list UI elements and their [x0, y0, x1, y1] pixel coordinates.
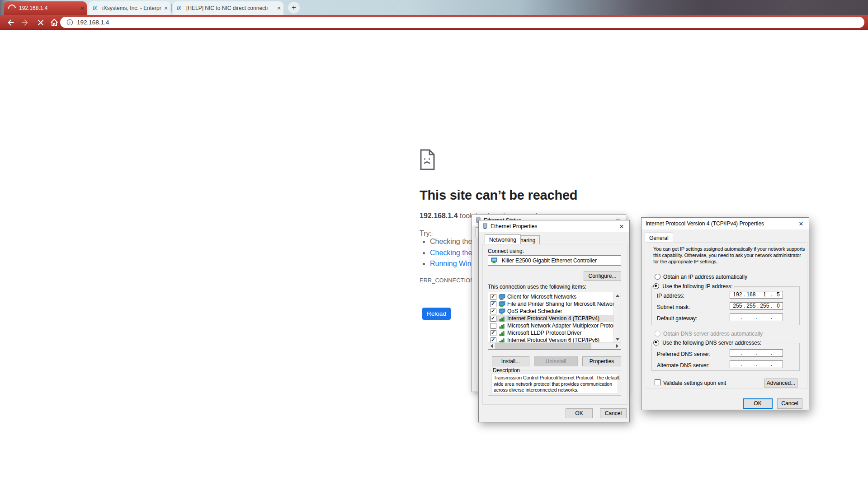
back-icon[interactable]: [5, 18, 15, 28]
intro-line: You can get IP settings assigned automat…: [653, 246, 805, 252]
ok-button[interactable]: OK: [743, 398, 773, 409]
properties-button[interactable]: Properties: [582, 356, 621, 366]
radio-obtain-ip-label[interactable]: Obtain an IP address automatically: [663, 274, 747, 280]
scroll-up-icon[interactable]: [616, 295, 619, 297]
tab-ixsystems[interactable]: iX iXsystems, Inc. - Enterprise Stora ✕: [89, 1, 170, 15]
ip-address-field[interactable]: 192 . 168 . 1 . 5: [730, 291, 783, 299]
close-icon[interactable]: ✕: [793, 220, 809, 227]
radio-use-dns[interactable]: [653, 340, 659, 346]
vertical-scrollbar[interactable]: [613, 292, 621, 343]
list-item-selected[interactable]: Internet Protocol Version 4 (TCP/IPv4): [489, 315, 613, 322]
radio-use-ip[interactable]: [653, 283, 659, 289]
checkbox-checked[interactable]: [491, 316, 496, 322]
address-url[interactable]: 192.168.1.4: [77, 19, 109, 26]
checkbox-checked[interactable]: [491, 294, 496, 300]
tab-close-icon[interactable]: ✕: [274, 5, 283, 11]
checkbox-checked[interactable]: [491, 309, 496, 314]
list-item[interactable]: File and Printer Sharing for Microsoft N…: [489, 300, 613, 308]
home-icon[interactable]: [49, 18, 59, 28]
tab-close-icon[interactable]: ✕: [78, 5, 87, 11]
ix-favicon-icon: iX: [177, 6, 184, 11]
checkbox-checked[interactable]: [491, 330, 496, 336]
description-text: wide area network protocol that provides…: [494, 381, 618, 388]
item-label: Microsoft LLDP Protocol Driver: [507, 330, 582, 336]
preferred-dns-label: Preferred DNS server:: [657, 351, 711, 357]
tab-current-site[interactable]: 192.168.1.4 ✕: [4, 1, 87, 15]
radio-use-dns-label[interactable]: Use the following DNS server addresses:: [662, 340, 761, 346]
network-adapter-icon: [482, 223, 488, 229]
list-item[interactable]: Client for Microsoft Networks: [489, 293, 613, 300]
subnet-mask-label: Subnet mask:: [657, 304, 690, 310]
subnet-mask-field[interactable]: 255 . 255 . 255 . 0: [730, 302, 783, 310]
list-item[interactable]: QoS Packet Scheduler: [489, 308, 613, 315]
ethernet-properties-dialog[interactable]: Ethernet Properties ✕ Networking Sharing…: [478, 220, 630, 422]
adapter-name: Killer E2500 Gigabit Ethernet Controller: [502, 257, 597, 264]
forward-icon[interactable]: [20, 18, 30, 28]
ipv4-titlebar[interactable]: Internet Protocol Version 4 (TCP/IPv4) P…: [642, 218, 809, 229]
page-info-icon[interactable]: [66, 19, 73, 26]
loading-spinner-icon: [7, 3, 18, 14]
ethernet-properties-titlebar[interactable]: Ethernet Properties ✕: [479, 220, 629, 232]
error-host: 192.168.1.4: [420, 212, 458, 220]
error-title: This site can’t be reached: [420, 188, 577, 203]
connection-items-list[interactable]: Client for Microsoft Networks File and P…: [488, 292, 621, 350]
cancel-button[interactable]: Cancel: [777, 398, 802, 409]
validate-checkbox[interactable]: [655, 379, 660, 385]
close-icon[interactable]: ✕: [614, 223, 629, 230]
protocol-icon: [499, 323, 505, 329]
list-item[interactable]: Microsoft LLDP Protocol Driver: [489, 329, 613, 337]
tab-close-icon[interactable]: ✕: [161, 5, 170, 11]
radio-obtain-dns: [655, 331, 660, 337]
description-label: Description: [491, 367, 521, 374]
ix-favicon-icon: iX: [93, 6, 100, 11]
tab-help-forum[interactable]: iX [HELP] NIC to NIC direct connecti ✕: [173, 1, 283, 15]
new-tab-button[interactable]: +: [288, 2, 300, 14]
scroll-right-icon[interactable]: [616, 344, 618, 348]
stop-loading-icon[interactable]: [36, 18, 46, 28]
client-service-icon: [499, 294, 505, 300]
checkbox-unchecked[interactable]: [491, 323, 496, 329]
item-label: Internet Protocol Version 4 (TCP/IPv4): [507, 315, 599, 322]
list-item[interactable]: Microsoft Network Adapter Multiplexor Pr…: [489, 322, 613, 329]
description-text: across diverse interconnected networks.: [494, 387, 618, 393]
preferred-dns-field[interactable]: . . .: [730, 349, 783, 357]
item-label: Microsoft Network Adapter Multiplexor Pr…: [507, 323, 613, 329]
ipv4-properties-dialog[interactable]: Internet Protocol Version 4 (TCP/IPv4) P…: [641, 217, 809, 410]
intro-line: for the appropriate IP settings.: [653, 258, 805, 265]
dialog-title: Internet Protocol Version 4 (TCP/IPv4) P…: [646, 220, 764, 227]
scroll-down-icon[interactable]: [616, 338, 619, 341]
configure-button[interactable]: Configure...: [584, 271, 621, 281]
scrollbar-thumb[interactable]: [495, 343, 591, 349]
checkbox-checked[interactable]: [491, 301, 496, 307]
item-label: Client for Microsoft Networks: [507, 294, 576, 300]
item-label: QoS Packet Scheduler: [507, 308, 562, 314]
scroll-left-icon[interactable]: [491, 344, 493, 348]
adapter-box: Killer E2500 Gigabit Ethernet Controller: [488, 255, 621, 266]
install-button[interactable]: Install...: [492, 356, 529, 366]
cancel-button[interactable]: Cancel: [600, 408, 627, 418]
address-bar[interactable]: 192.168.1.4: [60, 17, 864, 28]
tab-networking[interactable]: Networking: [485, 234, 521, 244]
radio-use-dns-row[interactable]: Use the following DNS server addresses:: [653, 339, 763, 346]
uninstall-button: Uninstall: [534, 356, 578, 366]
reload-button[interactable]: Reload: [422, 308, 451, 320]
items-label: This connection uses the following items…: [488, 284, 586, 290]
nic-icon: [491, 257, 498, 264]
intro-line: this capability. Otherwise, you need to …: [653, 252, 805, 258]
tab-title: iXsystems, Inc. - Enterprise Stora: [102, 5, 161, 11]
ok-button[interactable]: OK: [566, 408, 593, 418]
radio-obtain-ip[interactable]: [655, 274, 660, 280]
tab-general[interactable]: General: [645, 233, 673, 242]
sad-file-icon: [420, 149, 435, 170]
default-gateway-field[interactable]: . . .: [730, 313, 783, 321]
horizontal-scrollbar[interactable]: [488, 342, 621, 349]
validate-label[interactable]: Validate settings upon exit: [663, 380, 726, 386]
protocol-icon: [499, 316, 505, 322]
default-gateway-label: Default gateway:: [657, 315, 697, 322]
try-label: Try:: [420, 229, 432, 238]
alternate-dns-field[interactable]: . . .: [730, 360, 783, 368]
radio-use-ip-row[interactable]: Use the following IP address:: [653, 282, 734, 290]
radio-use-ip-label[interactable]: Use the following IP address:: [662, 283, 732, 290]
advanced-button[interactable]: Advanced...: [764, 379, 797, 388]
protocol-icon: [499, 330, 505, 336]
